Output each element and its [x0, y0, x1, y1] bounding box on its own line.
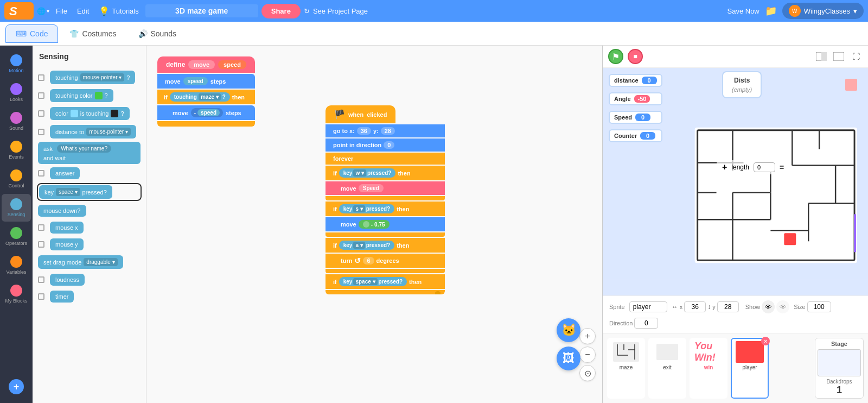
point-direction-block[interactable]: point in direction 0	[326, 138, 445, 152]
tab-sounds[interactable]: 🔊 Sounds	[128, 24, 187, 43]
stage-panel: ⚑ ■ ⛶	[602, 46, 868, 403]
sprite-x-input[interactable]	[684, 301, 706, 312]
hide-eye-button[interactable]: 👁	[776, 300, 789, 313]
block-loudness[interactable]: loudness	[50, 274, 85, 286]
scratch-logo[interactable]: S	[4, 2, 34, 20]
move-neg-speed-block[interactable]: move - speed steps	[157, 105, 255, 120]
sprite-thumb-maze[interactable]: maze	[607, 338, 645, 399]
tab-code[interactable]: ⌨ Code	[5, 24, 58, 43]
green-flag-button[interactable]: ⚑	[608, 49, 623, 64]
define-hat-block[interactable]: define move speed	[157, 56, 255, 73]
forever-block[interactable]: forever	[326, 153, 445, 165]
block-color-touching[interactable]: color is touching ?	[50, 107, 130, 120]
palette-scroll[interactable]: touching mouse-pointer ▾ ? touching colo…	[36, 67, 143, 403]
color-swatch-3[interactable]	[111, 110, 118, 117]
extensions-button[interactable]: +	[2, 375, 31, 399]
move-speed-steps-block[interactable]: move speed steps	[157, 74, 255, 89]
answer-checkbox[interactable]	[38, 170, 44, 177]
color-swatch-2[interactable]	[71, 110, 78, 117]
if-a-block[interactable]: if key a ▾ pressed? then	[326, 238, 445, 253]
sidebar-item-looks[interactable]: Looks	[2, 79, 31, 106]
ask-input[interactable]: What's your name?	[57, 144, 111, 153]
normal-stage-button[interactable]	[832, 50, 845, 63]
sidebar-item-sensing[interactable]: Sensing	[2, 194, 31, 222]
save-button[interactable]: Save Now	[727, 7, 760, 15]
player-delete-button[interactable]: ✕	[761, 337, 770, 345]
sprite-size-input[interactable]	[807, 301, 831, 312]
file-menu[interactable]: File	[53, 5, 71, 17]
project-name-input[interactable]	[145, 4, 258, 17]
when-flag-hat[interactable]: 🏴 when clicked	[326, 105, 395, 123]
sprite-name-input[interactable]	[629, 301, 667, 312]
distance-dd[interactable]: mouse-pointer ▾	[86, 128, 131, 136]
stage-mini-preview[interactable]	[818, 349, 861, 376]
color-touching-checkbox[interactable]	[38, 110, 44, 117]
key-dd[interactable]: space ▾	[56, 188, 80, 196]
if-s-block[interactable]: if key s ▾ pressed? then	[326, 202, 445, 216]
sidebar-item-sound[interactable]: Sound	[2, 108, 31, 135]
show-eye-button[interactable]: 👁	[762, 300, 775, 313]
loudness-checkbox[interactable]	[38, 276, 44, 283]
zoom-reset-button[interactable]: ⊙	[579, 365, 596, 381]
expr-length-input[interactable]	[754, 162, 775, 172]
code-area[interactable]: define move speed move speed steps if to…	[146, 46, 602, 403]
sidebar-item-variables[interactable]: Variables	[2, 251, 31, 279]
sprite-thumb-player[interactable]: ✕ player	[731, 338, 769, 399]
share-button[interactable]: Share	[261, 4, 301, 18]
sprite-thumb-exit[interactable]: exit	[648, 338, 686, 399]
folder-icon[interactable]: 📁	[765, 5, 777, 17]
move-neg075-block[interactable]: move - 0.75	[326, 217, 445, 231]
sidebar-item-operators[interactable]: Operators	[2, 223, 31, 250]
sprite-y-input[interactable]	[717, 301, 739, 312]
block-mouse-x[interactable]: mouse x	[50, 222, 84, 234]
touching-checkbox[interactable]	[38, 74, 44, 81]
edit-menu[interactable]: Edit	[74, 5, 92, 17]
user-menu[interactable]: W WiingyClasses ▾	[782, 3, 864, 19]
distance-checkbox[interactable]	[38, 129, 44, 135]
tutorials-menu[interactable]: 💡 Tutorials	[95, 4, 142, 18]
if-touching-block[interactable]: if touching maze ▾ ? then	[157, 90, 255, 104]
block-mouse-down[interactable]: mouse down?	[38, 205, 86, 217]
sidebar-item-control[interactable]: Control	[2, 165, 31, 193]
operators-dot	[10, 227, 22, 239]
color-swatch-1[interactable]	[95, 92, 103, 99]
dragmode-dd[interactable]: draggable ▾	[84, 258, 117, 266]
zoom-out-button[interactable]: −	[579, 347, 596, 363]
cat-sprite-button[interactable]: 🐱	[557, 318, 580, 342]
block-mouse-y[interactable]: mouse y	[50, 238, 84, 250]
mousex-checkbox[interactable]	[38, 224, 44, 231]
sprite-info-bar: Sprite ↔ x ↕ y Show 👁 👁 Size Direction	[603, 295, 868, 333]
block-ask[interactable]: ask What's your name? and wait	[38, 142, 141, 164]
tab-costumes[interactable]: 👕 Costumes	[59, 24, 126, 43]
block-touching-color[interactable]: touching color ?	[50, 89, 113, 102]
block-set-drag-mode[interactable]: set drag mode draggable ▾	[38, 255, 123, 269]
sprite-direction-input[interactable]	[634, 318, 658, 329]
goto-xy-block[interactable]: go to x: 36 y: 28	[326, 124, 445, 137]
timer-checkbox[interactable]	[38, 293, 44, 300]
if-end-cap	[157, 121, 255, 127]
paint-sprite-button[interactable]: 🖼	[557, 347, 580, 370]
sidebar-item-motion[interactable]: Motion	[2, 50, 31, 78]
touching-dd[interactable]: mouse-pointer ▾	[80, 73, 125, 81]
zoom-in-button[interactable]: +	[579, 328, 596, 344]
sprite-thumb-win[interactable]: You Win! win	[690, 338, 727, 399]
small-stage-button[interactable]	[815, 50, 828, 63]
block-distance-to[interactable]: distance to mouse-pointer ▾	[50, 125, 136, 138]
move-speed-custom-block[interactable]: move Speed	[326, 181, 445, 195]
if-space-block[interactable]: if key space ▾ pressed? then	[326, 274, 445, 289]
sidebar-item-events[interactable]: Events	[2, 136, 31, 164]
sidebar-item-myblocks[interactable]: My Blocks	[2, 280, 31, 308]
block-key-pressed[interactable]: key space ▾ pressed?	[39, 185, 112, 199]
block-answer[interactable]: answer	[50, 167, 80, 179]
stop-button[interactable]: ■	[628, 49, 643, 64]
fullscreen-button[interactable]: ⛶	[850, 50, 863, 63]
mousey-checkbox[interactable]	[38, 241, 44, 248]
turn-degrees-block[interactable]: turn ↺ 6 degrees	[326, 254, 445, 268]
language-selector[interactable]: 🌐 ▾	[37, 7, 49, 15]
touching-color-checkbox[interactable]	[38, 92, 44, 99]
if-w-block[interactable]: if key w ▾ pressed? then	[326, 166, 445, 180]
block-timer[interactable]: timer	[50, 291, 74, 303]
block-touching-mousepointer[interactable]: touching mouse-pointer ▾ ?	[50, 71, 135, 84]
flag-icon-inline: 🏴	[334, 109, 345, 119]
see-project-button[interactable]: ↻ See Project Page	[304, 7, 368, 15]
